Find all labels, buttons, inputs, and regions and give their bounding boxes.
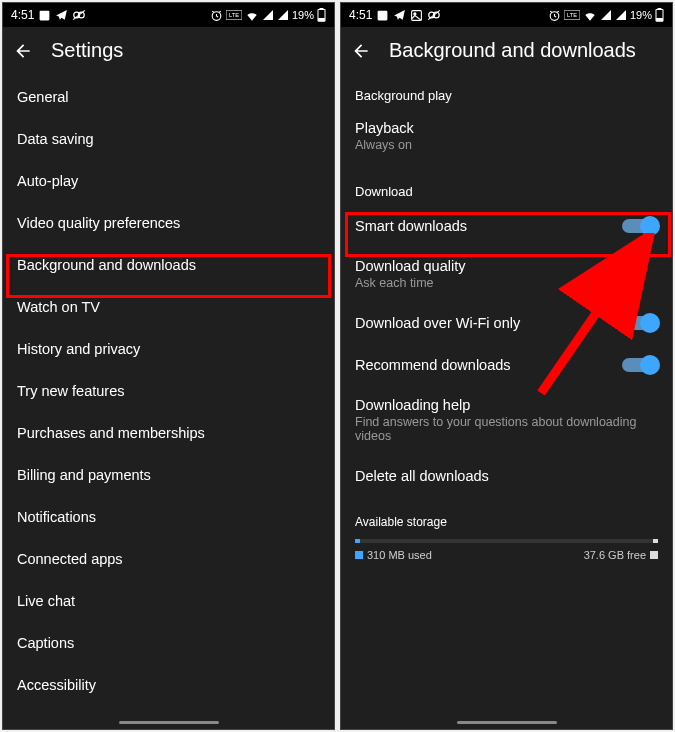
nav-bar — [3, 715, 334, 729]
section-download: Download — [341, 164, 672, 205]
svg-rect-8 — [320, 8, 323, 9]
legend-free-sq — [650, 551, 658, 559]
status-bar: 4:51 LTE 19% — [341, 3, 672, 27]
signal-icon-2 — [615, 9, 627, 21]
nav-pill[interactable] — [457, 721, 557, 724]
app-icon-1 — [38, 9, 51, 22]
legend-used-sq — [355, 551, 363, 559]
playback-sub: Always on — [355, 138, 658, 152]
nav-pill[interactable] — [119, 721, 219, 724]
signal-icon-1 — [262, 9, 274, 21]
alarm-icon — [210, 9, 223, 22]
battery-pct: 19% — [292, 9, 314, 21]
item-video-quality[interactable]: Video quality preferences — [3, 202, 334, 244]
page-title: Background and downloads — [389, 39, 636, 62]
svg-text:LTE: LTE — [229, 12, 239, 18]
item-download-quality[interactable]: Download quality Ask each time — [341, 247, 672, 302]
legend-used-text: 310 MB used — [367, 549, 432, 561]
legend-used: 310 MB used — [355, 549, 432, 561]
recommend-downloads-toggle[interactable] — [622, 358, 658, 372]
download-wifi-label: Download over Wi-Fi only — [355, 315, 520, 331]
item-playback[interactable]: Playback Always on — [341, 109, 672, 164]
item-delete-all[interactable]: Delete all downloads — [341, 455, 672, 497]
item-watch-tv[interactable]: Watch on TV — [3, 286, 334, 328]
settings-list: General Data saving Auto-play Video qual… — [3, 76, 334, 715]
telegram-icon — [393, 9, 406, 22]
svg-rect-9 — [319, 19, 325, 21]
nav-bar — [341, 715, 672, 729]
signal-icon-2 — [277, 9, 289, 21]
back-icon[interactable] — [13, 41, 33, 61]
storage-legend: 310 MB used 37.6 GB free — [355, 549, 658, 561]
legend-free-text: 37.6 GB free — [584, 549, 646, 561]
item-data-saving[interactable]: Data saving — [3, 118, 334, 160]
volte-icon: LTE — [564, 10, 580, 20]
wifi-icon — [583, 9, 597, 21]
item-downloading-help[interactable]: Downloading help Find answers to your qu… — [341, 386, 672, 455]
item-connected-apps[interactable]: Connected apps — [3, 538, 334, 580]
header: Background and downloads — [341, 27, 672, 76]
item-accessibility[interactable]: Accessibility — [3, 664, 334, 706]
status-bar: 4:51 LTE 19% — [3, 3, 334, 27]
item-captions[interactable]: Captions — [3, 622, 334, 664]
item-background-downloads[interactable]: Background and downloads — [3, 244, 334, 286]
battery-pct: 19% — [630, 9, 652, 21]
battery-icon — [317, 8, 326, 22]
svg-rect-21 — [657, 19, 663, 21]
phone-left: 4:51 LTE 19% Settings General Data savin… — [2, 2, 335, 730]
svg-rect-10 — [378, 10, 388, 20]
item-try-features[interactable]: Try new features — [3, 370, 334, 412]
status-left: 4:51 — [349, 8, 441, 22]
storage-section: Available storage 310 MB used 37.6 GB fr… — [341, 505, 672, 571]
header: Settings — [3, 27, 334, 76]
downloading-help-label: Downloading help — [355, 397, 658, 413]
status-time: 4:51 — [349, 8, 372, 22]
status-left: 4:51 — [11, 8, 86, 22]
legend-free: 37.6 GB free — [584, 549, 658, 561]
item-auto-play[interactable]: Auto-play — [3, 160, 334, 202]
battery-icon — [655, 8, 664, 22]
svg-line-3 — [74, 10, 86, 19]
phone-right: 4:51 LTE 19% Background and downloads Ba… — [340, 2, 673, 730]
status-time: 4:51 — [11, 8, 34, 22]
download-wifi-toggle[interactable] — [622, 316, 658, 330]
telegram-icon — [55, 9, 68, 22]
storage-bar-used — [355, 539, 360, 543]
status-right: LTE 19% — [548, 8, 664, 22]
item-billing[interactable]: Billing and payments — [3, 454, 334, 496]
storage-bar — [355, 539, 658, 543]
recommend-downloads-label: Recommend downloads — [355, 357, 511, 373]
wifi-icon — [245, 9, 259, 21]
item-general[interactable]: General — [3, 76, 334, 118]
alarm-icon — [548, 9, 561, 22]
svg-rect-0 — [40, 10, 50, 20]
status-right: LTE 19% — [210, 8, 326, 22]
item-smart-downloads[interactable]: Smart downloads — [341, 205, 672, 247]
smart-downloads-toggle[interactable] — [622, 219, 658, 233]
item-live-chat[interactable]: Live chat — [3, 580, 334, 622]
item-history-privacy[interactable]: History and privacy — [3, 328, 334, 370]
smart-downloads-label: Smart downloads — [355, 218, 467, 234]
download-quality-label: Download quality — [355, 258, 658, 274]
back-icon[interactable] — [351, 41, 371, 61]
volte-icon: LTE — [226, 10, 242, 20]
downloading-help-sub: Find answers to your questions about dow… — [355, 415, 658, 443]
section-background-play: Background play — [341, 76, 672, 109]
storage-label: Available storage — [355, 515, 658, 529]
noscript-icon — [427, 8, 441, 22]
item-purchases[interactable]: Purchases and memberships — [3, 412, 334, 454]
svg-text:LTE: LTE — [567, 12, 577, 18]
item-download-wifi[interactable]: Download over Wi-Fi only — [341, 302, 672, 344]
page-title: Settings — [51, 39, 123, 62]
download-quality-sub: Ask each time — [355, 276, 658, 290]
item-notifications[interactable]: Notifications — [3, 496, 334, 538]
signal-icon-1 — [600, 9, 612, 21]
svg-point-12 — [414, 12, 416, 14]
storage-bar-free — [653, 539, 658, 543]
app-icon-1 — [376, 9, 389, 22]
svg-rect-20 — [658, 8, 661, 9]
item-recommend-downloads[interactable]: Recommend downloads — [341, 344, 672, 386]
noscript-icon — [72, 8, 86, 22]
playback-label: Playback — [355, 120, 658, 136]
image-icon — [410, 9, 423, 22]
